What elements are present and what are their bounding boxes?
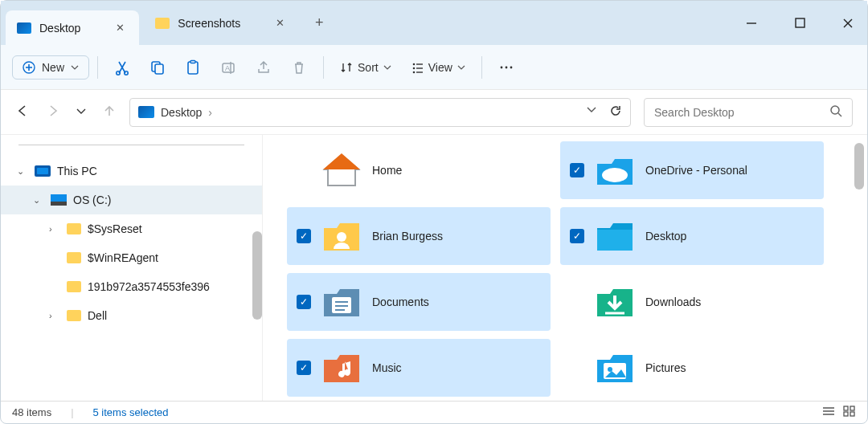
svg-point-24	[510, 66, 512, 68]
breadcrumb-location[interactable]: Desktop	[161, 106, 202, 119]
folder-icon	[67, 310, 81, 321]
desktop-icon	[17, 22, 31, 34]
plus-circle-icon	[23, 61, 35, 74]
item-downloads[interactable]: Downloads	[560, 273, 824, 331]
delete-button[interactable]	[283, 51, 315, 84]
svg-point-8	[125, 71, 128, 74]
close-window-button[interactable]	[837, 12, 859, 35]
close-tab-icon[interactable]: ✕	[113, 20, 128, 35]
new-tab-button[interactable]: +	[307, 14, 331, 31]
item-onedrive[interactable]: ✓ OneDrive - Personal	[560, 141, 824, 199]
maximize-button[interactable]	[788, 12, 811, 35]
copy-button[interactable]	[141, 51, 174, 84]
recent-locations-button[interactable]	[76, 105, 86, 120]
onedrive-icon	[594, 151, 636, 190]
svg-rect-1	[796, 18, 805, 27]
svg-point-18	[412, 67, 415, 69]
paste-button[interactable]	[177, 51, 209, 84]
forward-button[interactable]	[46, 104, 60, 121]
downloads-icon	[594, 283, 636, 321]
thumbnails-view-button[interactable]	[843, 406, 856, 419]
chevron-right-icon[interactable]: ›	[49, 311, 60, 320]
search-input[interactable]	[654, 106, 815, 119]
checkbox-icon[interactable]: ✓	[570, 229, 584, 243]
tree-item-os-c[interactable]: ⌄ OS (C:)	[1, 186, 262, 214]
item-documents[interactable]: ✓ Documents	[287, 273, 551, 331]
checkbox-icon[interactable]: ✓	[297, 295, 311, 309]
item-label: Downloads	[645, 296, 701, 308]
tree-label: This PC	[57, 165, 97, 177]
chevron-right-icon[interactable]: ›	[208, 106, 212, 119]
chevron-down-icon	[383, 63, 391, 71]
folder-icon	[67, 281, 81, 292]
tree-label: OS (C:)	[73, 194, 111, 206]
sort-button[interactable]: Sort	[332, 61, 399, 74]
view-button[interactable]: View	[403, 61, 473, 74]
sort-label: Sort	[358, 61, 379, 74]
music-icon	[321, 349, 362, 387]
tab-label: Screenshots	[178, 17, 240, 30]
tab-label: Desktop	[39, 22, 80, 35]
items-grid: Home ✓ OneDrive - Personal ✓ Brian	[287, 141, 851, 397]
separator	[481, 56, 482, 79]
tab-screenshots[interactable]: Screenshots ✕	[144, 6, 299, 40]
user-folder-icon	[321, 217, 362, 255]
new-button[interactable]: New	[12, 55, 89, 80]
tree-item-this-pc[interactable]: ⌄ This PC	[1, 157, 262, 186]
checkbox-icon[interactable]: ✓	[297, 229, 311, 243]
tree-item-winreagent[interactable]: $WinREAgent	[1, 243, 262, 272]
svg-point-7	[117, 71, 120, 74]
home-icon	[321, 151, 362, 190]
close-tab-icon[interactable]: ✕	[272, 15, 288, 31]
status-bar: 48 items | 5 items selected	[1, 401, 867, 423]
search-icon[interactable]	[829, 104, 842, 120]
item-label: OneDrive - Personal	[645, 164, 747, 177]
item-desktop[interactable]: ✓ Desktop	[560, 207, 824, 265]
item-label: Music	[372, 361, 402, 374]
svg-rect-40	[844, 406, 848, 410]
search-box[interactable]	[644, 98, 853, 127]
svg-rect-41	[850, 406, 854, 410]
content-scrollbar-thumb[interactable]	[854, 143, 864, 190]
address-bar[interactable]: Desktop ›	[129, 98, 631, 127]
sort-icon	[340, 61, 353, 74]
item-label: Brian Burgess	[372, 230, 443, 243]
up-button[interactable]	[102, 104, 117, 121]
separator	[18, 145, 244, 145]
details-view-button[interactable]	[822, 406, 835, 419]
more-button[interactable]	[490, 51, 522, 84]
cut-button[interactable]	[106, 51, 138, 84]
svg-point-23	[505, 66, 507, 68]
tree-item-dell[interactable]: › Dell	[1, 301, 262, 330]
item-label: Desktop	[645, 230, 686, 243]
back-button[interactable]	[15, 104, 30, 121]
folder-icon	[67, 252, 81, 263]
checkbox-icon[interactable]: ✓	[297, 361, 311, 375]
tree-item-sysreset[interactable]: › $SysReset	[1, 214, 262, 243]
item-music[interactable]: ✓ Music	[287, 339, 551, 397]
history-dropdown-button[interactable]	[587, 104, 596, 120]
item-home[interactable]: Home	[287, 141, 551, 199]
view-label: View	[428, 61, 452, 74]
share-button[interactable]	[248, 51, 280, 84]
svg-text:A: A	[225, 64, 230, 72]
svg-point-20	[412, 71, 415, 73]
svg-rect-12	[190, 60, 195, 63]
rename-button[interactable]: A	[212, 51, 244, 84]
svg-point-28	[337, 232, 346, 242]
tree-label: 191b972a3574553fe396	[88, 280, 210, 293]
chevron-right-icon[interactable]: ›	[49, 224, 60, 234]
chevron-down-icon[interactable]: ⌄	[17, 166, 28, 177]
svg-point-27	[602, 168, 628, 182]
separator	[323, 56, 324, 79]
minimize-button[interactable]	[740, 12, 763, 35]
chevron-down-icon[interactable]: ⌄	[33, 195, 44, 206]
checkbox-icon[interactable]: ✓	[570, 163, 584, 177]
nav-scrollbar-thumb[interactable]	[252, 231, 262, 320]
tab-desktop[interactable]: Desktop ✕	[6, 10, 139, 45]
tree-label: Dell	[88, 309, 107, 322]
refresh-button[interactable]	[609, 104, 622, 120]
item-pictures[interactable]: Pictures	[560, 339, 824, 397]
item-user-folder[interactable]: ✓ Brian Burgess	[287, 207, 551, 265]
tree-item-guid-folder[interactable]: 191b972a3574553fe396	[1, 272, 262, 301]
